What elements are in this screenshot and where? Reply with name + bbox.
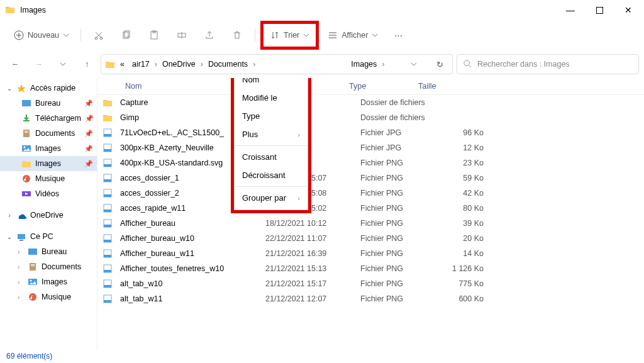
sidebar-item[interactable]: Images📌 [0,156,97,171]
file-size: 12 Ko [433,143,484,152]
crumb[interactable]: Documents [206,60,250,69]
file-date: 21/12/2021 12:07 [265,294,357,303]
file-type: Fichier PNG [360,204,430,213]
sidebar-item[interactable]: Documents📌 [0,126,97,141]
copy-button[interactable] [114,24,139,47]
more-button[interactable]: ⋯ [387,24,410,47]
file-row[interactable]: Afficher_bureau18/12/2021 10:12Fichier P… [97,216,644,231]
menu-group-by[interactable]: Grouper par› [235,189,308,207]
sidebar-item[interactable]: ›Bureau [0,244,97,259]
menu-sort-name[interactable]: Nom [235,78,308,89]
sidebar: ⌄ Accès rapide Bureau📌Téléchargem📌Docume… [0,78,97,350]
file-size: 39 Ko [433,219,484,228]
sidebar-quick-access[interactable]: ⌄ Accès rapide [0,81,97,96]
menu-sort-asc[interactable]: Croissant [235,148,308,166]
file-row[interactable]: 300px-KB_Azerty_NeuvilleFichier JPG12 Ko [97,140,644,155]
file-name: alt_tab_w10 [120,279,262,288]
status-bar: 69 élément(s) [0,350,644,363]
music-icon [28,293,38,301]
search-icon [464,60,472,69]
view-button[interactable]: Afficher [321,24,384,47]
recent-button[interactable] [53,54,73,74]
file-name: alt_tab_w11 [120,294,262,303]
dropdown-icon[interactable] [411,61,428,67]
crumb[interactable]: OneDrive [160,60,198,69]
delete-button[interactable] [225,24,250,47]
file-row[interactable]: Afficher_bureau_w1022/12/2021 11:07Fichi… [97,231,644,246]
png-icon [103,234,113,243]
sort-menu-highlight: Nom Modifié le Type Plus› Croissant Décr… [231,78,311,213]
menu-sort-type[interactable]: Type [235,107,308,125]
jpg-icon [103,143,113,152]
maximize-button[interactable] [585,0,614,20]
sidebar-item[interactable]: ›Documents [0,259,97,274]
menu-sort-modified[interactable]: Modifié le [235,89,308,107]
file-row[interactable]: alt_tab_w1121/12/2021 12:07Fichier PNG60… [97,291,644,306]
file-row[interactable]: 71LvOecD+eL._AC_SL1500_Fichier JPG96 Ko [97,125,644,140]
col-name[interactable]: Nom [125,82,142,91]
file-row[interactable]: CaptureDossier de fichiers [97,95,644,110]
menu-sort-desc[interactable]: Décroissant [235,166,308,184]
sidebar-item[interactable]: Bureau📌 [0,96,97,111]
cut-button[interactable] [86,24,111,47]
sidebar-cepc[interactable]: ⌄ Ce PC [0,229,97,244]
share-button[interactable] [197,24,222,47]
back-button[interactable]: ← [5,54,25,74]
sidebar-item[interactable]: Vidéos [0,186,97,201]
file-row[interactable]: acces_rapide_w1129/12/2021 15:02Fichier … [97,201,644,216]
file-type: Dossier de fichiers [360,113,430,122]
file-row[interactable]: acces_dossier_229/12/2021 15:08Fichier P… [97,186,644,201]
sidebar-item[interactable]: Musique [0,171,97,186]
file-size: 23 Ko [433,159,484,167]
file-type: Fichier PNG [360,249,430,258]
file-size: 1 126 Ko [433,264,484,273]
file-row[interactable]: Afficher_bureau_w1121/12/2021 16:39Fichi… [97,246,644,261]
file-size: 80 Ko [433,204,484,213]
svg-rect-23 [31,265,35,266]
sidebar-item[interactable]: Téléchargem📌 [0,111,97,126]
doc-icon [21,129,31,138]
nav-row: ← → ↑ « air17› OneDrive› Documents› Imag… [0,50,644,78]
forward-button[interactable]: → [29,54,49,74]
svg-rect-21 [30,263,36,271]
crumb[interactable]: « [118,60,127,69]
svg-rect-28 [104,134,111,137]
sort-label: Trier [284,31,299,40]
new-button[interactable]: Nouveau [8,24,75,47]
close-button[interactable]: ✕ [614,0,643,20]
address-bar[interactable]: « air17› OneDrive› Documents› Images› ↻ [101,54,453,74]
file-row[interactable]: Afficher_toutes_fenetres_w1021/12/2021 1… [97,261,644,276]
view-label: Afficher [341,31,368,40]
refresh-button[interactable]: ↻ [431,60,448,69]
search-input[interactable]: Rechercher dans : Images [457,54,639,74]
svg-rect-36 [104,194,111,197]
file-row[interactable]: acces_dossier_129/12/2021 15:07Fichier P… [97,170,644,186]
rename-button[interactable] [169,24,194,47]
sidebar-item[interactable]: Images📌 [0,141,97,156]
file-row[interactable]: 400px-KB_USA-standard.svgFichier PNG23 K… [97,155,644,170]
file-row[interactable]: GimpDossier de fichiers [97,110,644,125]
file-date: 21/12/2021 15:17 [265,279,357,288]
up-button[interactable]: ↑ [77,54,97,74]
file-type: Fichier PNG [360,174,430,182]
col-size[interactable]: Taille [418,82,469,91]
chevron-right-icon: › [297,131,300,138]
crumb[interactable]: air17 [130,60,152,69]
sidebar-item[interactable]: ›Musique [0,289,97,304]
file-type: Fichier PNG [360,234,430,243]
column-headers[interactable]: Nom˄ Type Taille [97,78,644,95]
star-icon [16,84,26,92]
file-name: Afficher_bureau_w10 [120,234,262,243]
desktop-icon [21,99,31,108]
menu-sort-more[interactable]: Plus› [235,125,308,143]
sort-button[interactable]: Trier [264,24,316,47]
sidebar-item[interactable]: ›Images [0,274,97,289]
sidebar-onedrive[interactable]: › OneDrive [0,208,97,223]
chevron-down-icon: ⌄ [6,85,13,92]
paste-button[interactable] [142,24,167,47]
minimize-button[interactable]: — [556,0,585,20]
file-row[interactable]: alt_tab_w1021/12/2021 15:17Fichier PNG77… [97,276,644,291]
chevron-right-icon: › [6,212,13,219]
crumb[interactable]: Images [348,60,379,69]
col-type[interactable]: Type [349,82,418,91]
